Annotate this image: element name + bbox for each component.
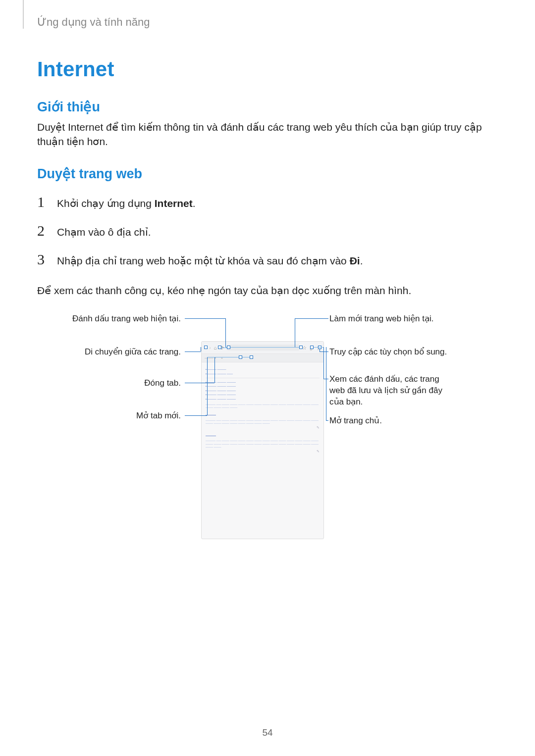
forward-icon: ›	[209, 345, 211, 351]
browser-content: ——— ——— ——— ——— —— ——— ——— ——— ——— ——— —…	[202, 362, 323, 456]
callout-bookmark: Đánh dấu trang web hiện tại.	[72, 313, 181, 325]
step-1: 1 Khởi chạy ứng dụng Internet.	[37, 195, 498, 210]
home-icon: ⌂	[214, 345, 217, 351]
leader-line	[207, 357, 208, 415]
leader-line	[207, 357, 251, 357]
step-text: Chạm vào ô địa chỉ.	[57, 225, 151, 239]
browser-diagram: Đánh dấu trang web hiện tại. Di chuyển g…	[52, 311, 483, 569]
leader-line	[295, 318, 328, 319]
leader-line	[185, 318, 225, 319]
phone-screenshot: ‹ › ⌂ ⟳ ☆ ▯ ⋮ ——— × + ——— ——— ——— ——— ——	[201, 341, 324, 539]
step-number: 3	[37, 252, 48, 267]
leader-dot	[218, 346, 221, 349]
address-bar	[227, 345, 299, 351]
leader-line	[323, 347, 324, 379]
leader-dot	[227, 346, 230, 349]
step-1-bold: Internet	[155, 198, 193, 209]
step-3-bold: Đi	[350, 255, 360, 266]
leader-dot	[310, 346, 314, 349]
callout-more-options: Truy cập các tùy chọn bổ sung.	[329, 347, 447, 358]
header-accent-line	[23, 0, 24, 29]
leader-line	[225, 318, 226, 347]
step-text: Khởi chạy ứng dụng Internet.	[57, 197, 196, 210]
callout-view-bookmarks: Xem các đánh dấu, các trang web đã lưu v…	[329, 374, 453, 408]
step-1-post: .	[193, 198, 196, 209]
section-intro-heading: Giới thiệu	[37, 99, 498, 115]
star-icon: ☆	[302, 345, 307, 351]
breadcrumb: Ứng dụng và tính năng	[37, 16, 498, 29]
step-3-pre: Nhập địa chỉ trang web hoặc một từ khóa …	[57, 255, 350, 266]
leader-dot	[239, 355, 242, 359]
steps-list: 1 Khởi chạy ứng dụng Internet. 2 Chạm và…	[37, 195, 498, 268]
leader-line	[295, 318, 295, 347]
page-number: 54	[0, 727, 535, 738]
step-1-pre: Khởi chạy ứng dụng	[57, 198, 155, 209]
step-text: Nhập địa chỉ trang web hoặc một từ khóa …	[57, 254, 363, 268]
note-text: Để xem các thanh công cụ, kéo nhẹ ngón t…	[37, 283, 498, 298]
page-title: Internet	[37, 57, 498, 81]
leader-line	[326, 347, 326, 420]
step-3-post: .	[360, 255, 363, 266]
leader-line	[214, 357, 215, 383]
callout-refresh: Làm mới trang web hiện tại.	[329, 313, 433, 325]
step-number: 2	[37, 223, 48, 238]
section-browse-heading: Duyệt trang web	[37, 166, 498, 182]
step-3: 3 Nhập địa chỉ trang web hoặc một từ khó…	[37, 252, 498, 268]
step-2: 2 Chạm vào ô địa chỉ.	[37, 223, 498, 239]
leader-line	[185, 383, 214, 383]
callout-new-tab: Mở tab mới.	[136, 410, 181, 422]
section-intro-text: Duyệt Internet để tìm kiếm thông tin và …	[37, 120, 498, 149]
leader-line	[320, 352, 328, 352]
step-number: 1	[37, 195, 48, 209]
browser-tabbar: ——— × +	[202, 354, 323, 362]
leader-dot	[250, 355, 253, 359]
callout-nav-pages: Di chuyển giữa các trang.	[85, 347, 181, 358]
callout-close-tab: Đóng tab.	[144, 378, 181, 389]
leader-line	[185, 415, 207, 416]
leader-line	[185, 352, 201, 352]
leader-line	[201, 347, 201, 352]
callout-home: Mở trang chủ.	[329, 415, 382, 427]
leader-dot	[299, 346, 303, 349]
leader-line	[326, 420, 328, 421]
leader-dot	[204, 346, 208, 349]
